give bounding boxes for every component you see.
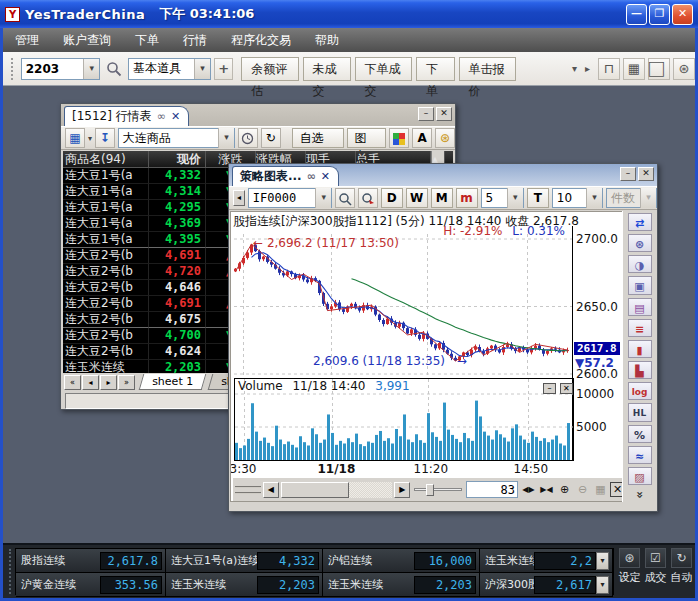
clock-icon[interactable] (238, 128, 258, 148)
chevron-down-icon[interactable]: ▾ (315, 188, 331, 208)
scroll-right-button[interactable]: ▶ (394, 482, 410, 498)
chevron-down-icon[interactable]: ▾ (507, 188, 523, 208)
quote-minimize-button[interactable]: – (418, 107, 434, 121)
zoom-slider[interactable] (412, 482, 464, 498)
scrollbar-thumb[interactable] (281, 482, 349, 498)
line-chart-icon[interactable]: ≈ (628, 446, 652, 464)
tick-button[interactable]: T (527, 188, 549, 208)
scrollbar-track[interactable] (281, 482, 392, 498)
monthly-button[interactable]: M (431, 188, 453, 208)
font-button[interactable]: A (412, 128, 432, 148)
gear-icon[interactable]: ⊛ (619, 548, 640, 568)
close-button[interactable]: ✕ (672, 4, 693, 25)
sheet-tab-1[interactable]: sheet 1 (139, 374, 207, 390)
color-grid-icon[interactable] (389, 128, 409, 148)
indicator-settings-icon[interactable]: ◑ (628, 255, 652, 273)
zoom-slider-handle[interactable] (426, 484, 434, 496)
search-icon[interactable] (106, 61, 122, 77)
menu-item-5[interactable]: 程序化交易 (231, 32, 291, 49)
period-combo[interactable]: 5 ▾ (481, 188, 524, 208)
minute-button[interactable]: m (456, 188, 478, 208)
chevron-down-icon[interactable]: ▾ (596, 576, 609, 594)
bar-chart-icon[interactable]: ▙ (628, 361, 652, 379)
daily-button[interactable]: D (381, 188, 403, 208)
settings-button[interactable]: ⊛设定 (618, 548, 641, 595)
chevron-down-icon[interactable]: ▾ (586, 188, 602, 208)
table-view-icon[interactable]: ▦ (65, 128, 85, 148)
chevron-down-icon[interactable]: ▾ (596, 552, 609, 570)
instrument-combo[interactable]: IF0000 ▾ (248, 188, 332, 208)
search-icon[interactable] (335, 188, 355, 208)
tab-close-icon[interactable]: ✕ (321, 170, 330, 183)
weekly-button[interactable]: W (406, 188, 428, 208)
ticker-cell[interactable]: 连玉米连续2,203 (323, 573, 480, 597)
objects-icon[interactable]: ▣ (628, 276, 652, 294)
quote-tab[interactable]: [1512] 行情表 ∞ ✕ (64, 106, 189, 126)
resize-grip[interactable] (235, 486, 261, 494)
pane-minimize-icon[interactable]: – (543, 383, 556, 394)
scale-mode-icon[interactable]: ▨ (628, 467, 652, 485)
menu-item-1[interactable]: 管理 (15, 32, 39, 49)
minimize-button[interactable]: — (626, 4, 647, 25)
toolbar-button-1[interactable]: 余额评估 (241, 57, 298, 81)
chevron-down-icon[interactable]: ▾ (218, 128, 234, 148)
chart-button[interactable]: 图表 (347, 128, 387, 148)
menu-item-2[interactable]: 账户查询 (63, 32, 111, 49)
gear-icon[interactable]: ⊛ (673, 58, 695, 80)
toolbar-overflow-down-icon[interactable]: ▾ (572, 63, 577, 74)
pane-close-icon[interactable]: ✕ (560, 383, 573, 394)
menu-item-6[interactable]: 帮助 (315, 32, 339, 49)
ticker-cell[interactable]: 连玉米连续2,203 (166, 573, 323, 597)
ticker-cell[interactable]: 沪铝连续16,000 (323, 549, 480, 573)
toolset-combo[interactable]: 基本道具 ▾ (128, 58, 211, 80)
log-scale-icon[interactable]: log (628, 382, 652, 400)
fills-button[interactable]: ☑成交 (644, 548, 667, 595)
chart-client-area[interactable]: 股指连续[沪深300股指1112] (5分) 11/18 14:40 收盘 2,… (230, 211, 624, 502)
toolbar-button-3[interactable]: 下单成交 (355, 57, 412, 81)
toolbar-button-5[interactable]: 单击报价 (459, 57, 516, 81)
tick-count-combo[interactable]: 10 ▾ (552, 188, 603, 208)
link-icon[interactable]: ∞ (157, 110, 166, 123)
toolbar-button-4[interactable]: 下单 (416, 57, 455, 81)
candle-style-icon[interactable]: ▮ (628, 340, 652, 358)
import-icon[interactable]: ↧ (95, 128, 115, 148)
market-combo[interactable]: 大连商品 ▾ (118, 128, 235, 148)
calculator-icon[interactable]: ▦ (623, 58, 645, 80)
link-icon[interactable]: ∞ (307, 170, 316, 183)
quote-close-button[interactable]: ✕ (436, 107, 452, 121)
sheet-nav-button-2[interactable]: ◂ (82, 375, 99, 390)
column-header-1[interactable]: 商品名(94) (63, 151, 149, 168)
maximize-button[interactable]: ❐ (649, 4, 670, 25)
step-expand-icon[interactable]: ▶◀ (538, 482, 555, 498)
symbol-combo[interactable]: 2203 ▾ (21, 58, 100, 80)
back-arrow-icon[interactable]: ◂ (233, 190, 245, 206)
chart-settings-icon[interactable]: ⊛ (628, 234, 652, 252)
refresh-icon[interactable]: ↻ (261, 128, 281, 148)
chevron-down-icon[interactable]: ▾ (88, 134, 92, 143)
panel-icon[interactable]: ▤ (628, 298, 652, 316)
refresh-icon[interactable]: ↻ (671, 548, 692, 568)
ticker-cell[interactable]: 连玉米连续2,2▾ (480, 549, 613, 573)
chart-close-button[interactable]: ✕ (638, 167, 654, 181)
checkbox-icon[interactable]: ☑ (645, 548, 666, 568)
toolbar-button-2[interactable]: 未成交 (303, 57, 351, 81)
chart-minimize-button[interactable]: – (620, 167, 636, 181)
hl-chart-icon[interactable]: HL (628, 403, 652, 421)
zoom-in-circle-icon[interactable]: ⊕ (556, 482, 573, 498)
chart-tab[interactable]: 策略图表... ∞ ✕ (232, 166, 339, 186)
menu-item-4[interactable]: 行情 (183, 32, 207, 49)
toolbar-overflow-right-icon[interactable]: ▸ (585, 63, 590, 74)
ticker-cell[interactable]: 沪黄金连续353.56 (16, 573, 166, 597)
percent-chart-icon[interactable]: % (628, 425, 652, 443)
ticker-cell[interactable]: 股指连续2,617.8 (16, 549, 166, 573)
tab-close-icon[interactable]: ✕ (171, 110, 180, 123)
auto-button[interactable]: ↻自动 (670, 548, 693, 595)
sheet-nav-button-4[interactable]: » (118, 375, 135, 390)
sheet-nav-button-1[interactable]: « (64, 375, 81, 390)
ticker-cell[interactable]: 沪深300股指11122,617▾ (480, 573, 613, 597)
bar-count-input[interactable] (466, 481, 518, 498)
search-jump-icon[interactable] (358, 188, 378, 208)
gear-icon[interactable]: ⊛ (435, 128, 455, 148)
ticker-cell[interactable]: 连大豆1号(a)连续4,332 (166, 549, 323, 573)
scroll-left-button[interactable]: ◀ (263, 482, 279, 498)
